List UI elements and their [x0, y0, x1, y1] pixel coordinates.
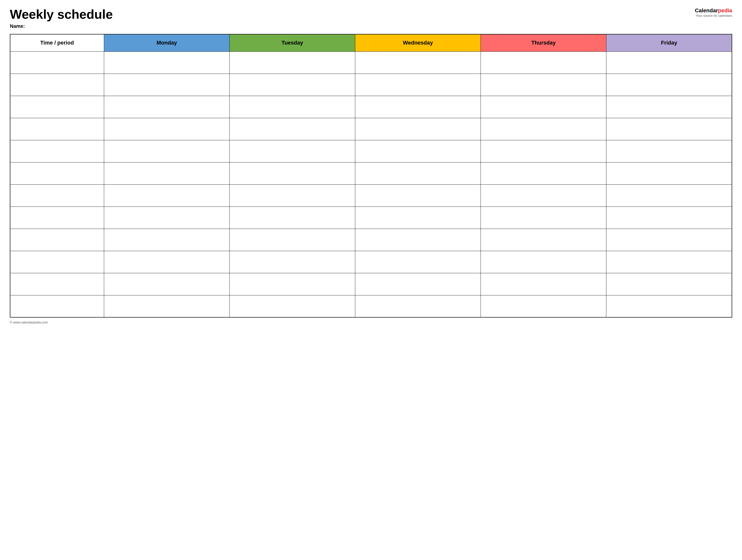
- table-cell[interactable]: [229, 96, 355, 118]
- logo-block: Calendarpedia Your source for calendars: [695, 7, 732, 17]
- table-cell[interactable]: [355, 273, 481, 295]
- table-row: [10, 51, 732, 73]
- table-cell[interactable]: [10, 207, 104, 229]
- table-cell[interactable]: [606, 162, 732, 184]
- table-cell[interactable]: [10, 118, 104, 140]
- table-cell[interactable]: [229, 184, 355, 207]
- table-row: [10, 73, 732, 96]
- table-cell[interactable]: [229, 162, 355, 184]
- logo-tagline: Your source for calendars: [696, 14, 732, 17]
- table-cell[interactable]: [104, 140, 229, 162]
- table-cell[interactable]: [10, 295, 104, 317]
- col-header-wednesday: Wednesday: [355, 34, 481, 51]
- table-cell[interactable]: [606, 140, 732, 162]
- table-cell[interactable]: [481, 118, 606, 140]
- col-header-thursday: Thursday: [481, 34, 606, 51]
- table-cell[interactable]: [104, 118, 229, 140]
- table-cell[interactable]: [229, 229, 355, 251]
- logo-pedia: pedia: [718, 7, 732, 13]
- table-cell[interactable]: [10, 184, 104, 207]
- table-cell[interactable]: [104, 251, 229, 273]
- col-header-tuesday: Tuesday: [229, 34, 355, 51]
- name-label: Name:: [10, 23, 113, 29]
- table-row: [10, 251, 732, 273]
- table-cell[interactable]: [229, 118, 355, 140]
- table-cell[interactable]: [606, 51, 732, 73]
- table-cell[interactable]: [481, 140, 606, 162]
- table-row: [10, 140, 732, 162]
- table-cell[interactable]: [229, 73, 355, 96]
- table-cell[interactable]: [606, 273, 732, 295]
- table-row: [10, 118, 732, 140]
- table-cell[interactable]: [10, 229, 104, 251]
- col-header-monday: Monday: [104, 34, 229, 51]
- table-cell[interactable]: [104, 73, 229, 96]
- table-cell[interactable]: [104, 162, 229, 184]
- table-cell[interactable]: [481, 295, 606, 317]
- table-cell[interactable]: [481, 51, 606, 73]
- table-cell[interactable]: [10, 73, 104, 96]
- table-cell[interactable]: [104, 295, 229, 317]
- table-cell[interactable]: [229, 140, 355, 162]
- table-cell[interactable]: [104, 96, 229, 118]
- table-cell[interactable]: [481, 229, 606, 251]
- logo-calendar: Calendar: [695, 7, 718, 13]
- table-cell[interactable]: [10, 96, 104, 118]
- table-row: [10, 162, 732, 184]
- table-cell[interactable]: [229, 207, 355, 229]
- table-cell[interactable]: [481, 251, 606, 273]
- table-cell[interactable]: [606, 207, 732, 229]
- table-cell[interactable]: [10, 51, 104, 73]
- title-block: Weekly schedule Name:: [10, 7, 113, 29]
- table-cell[interactable]: [355, 229, 481, 251]
- table-cell[interactable]: [355, 207, 481, 229]
- table-cell[interactable]: [481, 96, 606, 118]
- table-cell[interactable]: [104, 229, 229, 251]
- copyright-text: © www.calendarpedia.com: [10, 321, 48, 324]
- table-cell[interactable]: [606, 118, 732, 140]
- table-cell[interactable]: [104, 273, 229, 295]
- header-row: Time / period Monday Tuesday Wednesday T…: [10, 34, 732, 51]
- table-cell[interactable]: [481, 73, 606, 96]
- table-cell[interactable]: [355, 162, 481, 184]
- table-cell[interactable]: [481, 273, 606, 295]
- col-header-time: Time / period: [10, 34, 104, 51]
- table-cell[interactable]: [229, 295, 355, 317]
- table-cell[interactable]: [355, 140, 481, 162]
- table-cell[interactable]: [481, 184, 606, 207]
- logo-text: Calendarpedia: [695, 7, 732, 14]
- table-cell[interactable]: [10, 162, 104, 184]
- table-cell[interactable]: [606, 295, 732, 317]
- table-cell[interactable]: [104, 184, 229, 207]
- table-cell[interactable]: [355, 251, 481, 273]
- table-cell[interactable]: [104, 207, 229, 229]
- table-cell[interactable]: [355, 51, 481, 73]
- table-cell[interactable]: [229, 251, 355, 273]
- table-cell[interactable]: [10, 251, 104, 273]
- table-cell[interactable]: [355, 96, 481, 118]
- table-cell[interactable]: [229, 51, 355, 73]
- table-cell[interactable]: [606, 251, 732, 273]
- table-cell[interactable]: [606, 184, 732, 207]
- table-cell[interactable]: [355, 184, 481, 207]
- table-row: [10, 295, 732, 317]
- table-cell[interactable]: [229, 273, 355, 295]
- table-cell[interactable]: [10, 140, 104, 162]
- table-cell[interactable]: [104, 51, 229, 73]
- table-cell[interactable]: [481, 162, 606, 184]
- table-cell[interactable]: [481, 207, 606, 229]
- table-row: [10, 96, 732, 118]
- table-cell[interactable]: [355, 118, 481, 140]
- table-cell[interactable]: [606, 229, 732, 251]
- table-cell[interactable]: [10, 273, 104, 295]
- table-row: [10, 184, 732, 207]
- table-cell[interactable]: [606, 73, 732, 96]
- table-row: [10, 229, 732, 251]
- table-cell[interactable]: [606, 96, 732, 118]
- col-header-friday: Friday: [606, 34, 732, 51]
- schedule-body: [10, 51, 732, 317]
- table-cell[interactable]: [355, 295, 481, 317]
- page-title: Weekly schedule: [10, 7, 113, 21]
- table-cell[interactable]: [355, 73, 481, 96]
- schedule-table: Time / period Monday Tuesday Wednesday T…: [10, 34, 732, 318]
